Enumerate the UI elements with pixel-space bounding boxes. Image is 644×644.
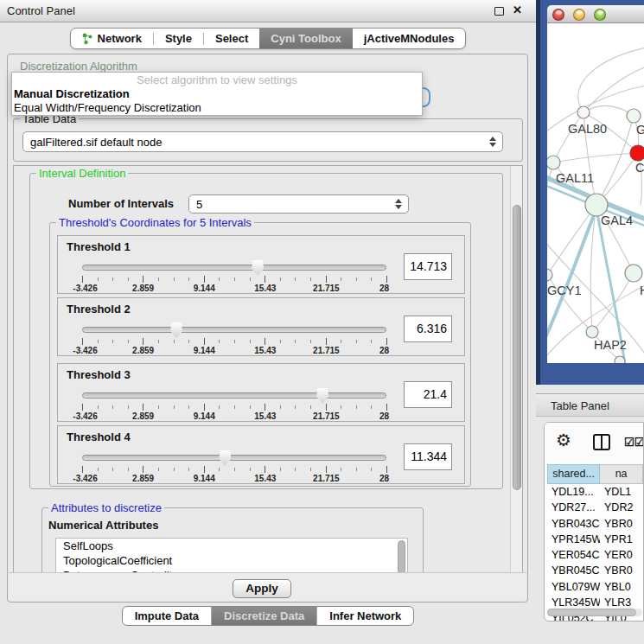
bottom-tabbar: Impute Data Discretize Data Infer Networ… [0, 606, 536, 626]
threshold-label: Threshold 4 [67, 430, 131, 443]
threshold-value-field[interactable]: 6.316 [404, 316, 452, 342]
control-panel-titlebar: Control Panel ✕ [0, 0, 536, 22]
scrollbar-thumb[interactable] [513, 205, 521, 490]
table-data-combobox[interactable]: galFiltered.sif default node [22, 131, 503, 152]
tab-jactivemnodules[interactable]: jActiveMNodules [353, 29, 466, 48]
network-window-titlebar [547, 5, 644, 23]
list-scrollbar[interactable] [398, 540, 405, 574]
node-gal80 [577, 106, 590, 118]
dropdown-option-manual[interactable]: Manual Discretization [12, 87, 422, 101]
table-panel-header: Table Panel [536, 393, 644, 417]
screen: Control Panel ✕ Network Style [0, 0, 644, 644]
svg-text:C: C [635, 161, 644, 175]
svg-text:GAL11: GAL11 [556, 171, 594, 185]
svg-text:GCY1: GCY1 [547, 284, 582, 297]
svg-text:H: H [640, 284, 644, 297]
tab-network[interactable]: Network [71, 29, 153, 48]
list-item[interactable]: TopologicalCoefficient [56, 553, 407, 568]
table-data-group: Table Data galFiltered.sif default node [13, 118, 523, 162]
threshold-value-field[interactable]: 11.344 [404, 443, 452, 470]
algorithm-group-title: Discretization Algorithm [20, 60, 137, 73]
threshold-slider-thumb[interactable] [316, 388, 328, 404]
svg-text:GAL4: GAL4 [601, 214, 633, 227]
select-columns-icon[interactable]: ☑☑ [624, 436, 644, 449]
network-canvas[interactable]: GAL80 G C GAL11 GAL4 GCY1 H HAP2 [547, 23, 644, 363]
table-header-row: shared... na [545, 464, 643, 484]
table-row[interactable]: YBR043CYBR0 [545, 516, 643, 532]
table-row[interactable]: YDL19...YDL1 [545, 484, 643, 500]
node-gal11 [547, 156, 560, 169]
tab-impute-data[interactable]: Impute Data [123, 607, 211, 625]
column-header-name[interactable]: na [600, 464, 643, 484]
num-intervals-label: Number of Intervals [68, 197, 174, 210]
minimize-traffic-light-icon[interactable] [573, 9, 585, 21]
node-table: shared... na YDL19...YDL1 YDR27...YDR2 Y… [545, 464, 643, 622]
top-tabbar: Network Style Select Cyni Toolbox jActiv… [0, 28, 536, 49]
table-toolbar: ⚙ ☑☑ [545, 423, 643, 462]
settings-scroll-panel: Interval Definition Number of Intervals … [13, 165, 523, 574]
table-panel: ⚙ ☑☑ shared... na YDL19...YDL1 YDR27...Y… [544, 422, 644, 622]
gear-icon[interactable]: ⚙ [556, 430, 571, 450]
threshold-slider-track[interactable] [82, 455, 386, 461]
zoom-traffic-light-icon[interactable] [594, 9, 606, 21]
node-h [625, 265, 642, 282]
split-columns-icon[interactable] [593, 434, 610, 450]
threshold-slider-thumb[interactable] [170, 322, 182, 338]
slider-ticks [82, 276, 387, 283]
numerical-attributes-list[interactable]: SelfLoops TopologicalCoefficient Between… [55, 538, 408, 574]
slider-ticks [82, 466, 387, 473]
node-g [627, 109, 641, 123]
attributes-group-title: Attributes to discretize [48, 501, 164, 514]
vertical-scrollbar[interactable] [510, 166, 522, 573]
table-row[interactable]: YBL079WYBL0 [545, 579, 643, 595]
window-frame [536, 0, 540, 385]
threshold-value-field[interactable]: 21.4 [404, 381, 452, 408]
threshold-1-panel: Threshold 1 -3.426 2.859 9.144 15.43 [57, 235, 465, 294]
table-row[interactable]: YBR045CYBR0 [545, 563, 643, 578]
threshold-slider-track[interactable] [82, 392, 386, 399]
dropdown-option-equal-width[interactable]: Equal Width/Frequency Discretization [12, 101, 422, 115]
svg-text:HAP2: HAP2 [594, 338, 627, 352]
tab-discretize-data[interactable]: Discretize Data [211, 607, 316, 625]
slider-tick-labels: -3.426 2.859 9.144 15.43 21.715 28 [82, 284, 387, 293]
close-traffic-light-icon[interactable] [552, 9, 564, 21]
threshold-value-field[interactable]: 14.713 [404, 253, 452, 280]
apply-button[interactable]: Apply [233, 579, 291, 598]
slider-ticks [82, 338, 387, 345]
interval-definition-group: Interval Definition Number of Intervals … [29, 173, 503, 489]
table-row[interactable]: YER054CYER0 [545, 547, 643, 563]
threshold-slider-track[interactable] [82, 265, 386, 271]
threshold-slider-thumb[interactable] [219, 450, 231, 466]
slider-tick-labels: -3.426 2.859 9.144 15.43 21.715 28 [82, 411, 387, 421]
tab-cyni-toolbox[interactable]: Cyni Toolbox [259, 29, 352, 48]
threshold-3-panel: Threshold 3 -3.426 2.859 9.144 15.43 [57, 363, 465, 422]
tab-style[interactable]: Style [154, 29, 203, 48]
table-row[interactable]: YDR27...YDR2 [545, 500, 643, 515]
network-icon [82, 33, 93, 45]
threshold-slider-track[interactable] [82, 327, 386, 333]
list-item[interactable]: SelfLoops [56, 539, 407, 553]
scrollbar-thumb[interactable] [547, 609, 636, 616]
tab-infer-network[interactable]: Infer Network [316, 607, 413, 625]
num-intervals-combobox[interactable]: 5 [188, 194, 409, 214]
float-window-icon[interactable] [494, 7, 504, 16]
svg-text:GAL80: GAL80 [568, 122, 607, 136]
thresholds-group: Threshold's Coordinates for 5 Intervals … [49, 222, 471, 487]
node-selected-red [630, 145, 644, 161]
combo-spinner-icon [395, 199, 402, 209]
node-bottom [615, 356, 625, 363]
threshold-label: Threshold 1 [67, 240, 131, 253]
table-row[interactable]: YPR145WYPR1 [545, 532, 643, 547]
panel-title: Control Panel [7, 4, 75, 17]
column-header-shared[interactable]: shared... [547, 464, 600, 484]
node-hap2 [586, 326, 598, 338]
apply-row: Apply [9, 572, 526, 601]
horizontal-scrollbar[interactable] [547, 609, 642, 616]
threshold-slider-thumb[interactable] [252, 260, 264, 276]
slider-ticks [82, 404, 387, 411]
close-icon[interactable]: ✕ [513, 3, 522, 16]
node-gcy1 [547, 269, 552, 281]
network-graph: GAL80 G C GAL11 GAL4 GCY1 H HAP2 [547, 23, 644, 363]
slider-tick-labels: -3.426 2.859 9.144 15.43 21.715 28 [82, 474, 387, 483]
tab-select[interactable]: Select [204, 29, 259, 48]
